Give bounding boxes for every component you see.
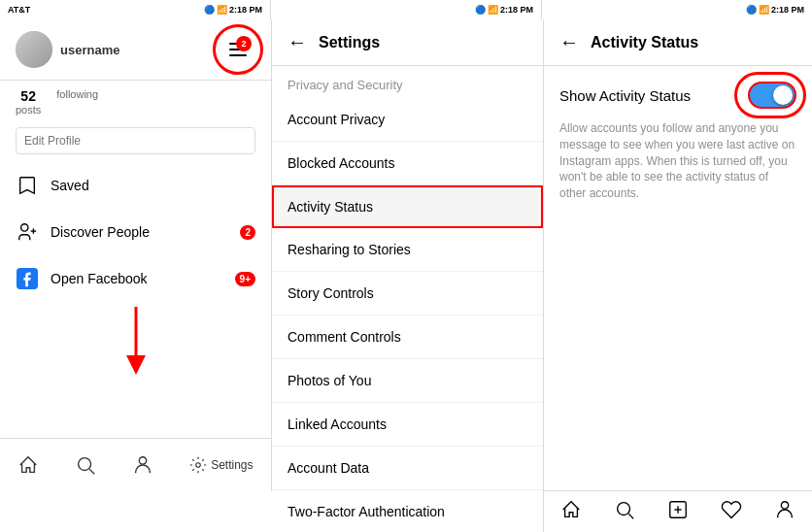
carrier-left: AT&T xyxy=(8,5,30,15)
toggle-row: Show Activity Status xyxy=(559,82,796,109)
toggle-knob xyxy=(773,85,793,105)
hamburger-badge: 2 xyxy=(236,36,252,51)
username-text: username xyxy=(60,43,213,57)
settings-footer-label: Settings xyxy=(211,458,253,472)
hamburger-bar-3 xyxy=(229,54,247,56)
saved-label: Saved xyxy=(51,178,89,193)
toggle-container xyxy=(748,82,796,109)
posts-label: posts xyxy=(16,104,41,116)
footer-right-search[interactable] xyxy=(614,499,635,524)
posts-stat: 52 posts xyxy=(16,88,41,116)
panel-left: username 2 52 post xyxy=(0,19,272,491)
footer-right-add[interactable] xyxy=(667,499,689,524)
settings-item-photos[interactable]: Photos of You xyxy=(272,359,543,403)
settings-item-comment-controls[interactable]: Comment Controls xyxy=(272,316,543,359)
footer-profile[interactable] xyxy=(124,447,161,483)
activity-detail-content: Show Activity Status Allow accounts you … xyxy=(544,66,812,490)
sidebar-item-facebook[interactable]: Open Facebook 9+ xyxy=(0,255,271,302)
activity-panel-header: ← Activity Status xyxy=(544,19,812,66)
status-icons-left: 🔵 📶 2:18 PM xyxy=(204,5,262,15)
settings-back-button[interactable]: ← xyxy=(288,31,307,53)
status-bar-left: AT&T 🔵 📶 2:18 PM xyxy=(0,0,271,19)
settings-item-account-data[interactable]: Account Data xyxy=(272,447,543,490)
svg-point-16 xyxy=(617,503,629,515)
status-bar-right: 🔵 📶 2:18 PM xyxy=(542,0,812,19)
svg-marker-5 xyxy=(126,355,146,375)
sidebar-footer: Settings xyxy=(0,438,271,491)
hamburger-button[interactable]: 2 xyxy=(220,32,255,67)
panel-right: ← Activity Status Show Activity Status A… xyxy=(544,19,812,532)
status-icons-middle: 🔵 📶 2:18 PM xyxy=(475,5,533,15)
activity-status-toggle[interactable] xyxy=(748,82,796,109)
profile-edit-area xyxy=(0,123,271,162)
status-bar-row: AT&T 🔵 📶 2:18 PM 🔵 📶 2:18 PM 🔵 📶 2:18 PM xyxy=(0,0,812,19)
footer-home[interactable] xyxy=(10,447,47,483)
privacy-section-header: Privacy and Security xyxy=(272,66,543,98)
settings-item-two-factor[interactable]: Two-Factor Authentication xyxy=(272,490,543,532)
arrow-area xyxy=(0,302,271,438)
footer-search[interactable] xyxy=(67,447,104,483)
arrow-annotation xyxy=(107,302,165,380)
settings-title: Settings xyxy=(319,34,380,51)
activity-panel-footer xyxy=(544,490,812,532)
posts-count: 52 xyxy=(20,88,36,104)
edit-profile-input[interactable] xyxy=(16,127,255,154)
panel-middle: ← Settings Privacy and Security Account … xyxy=(272,19,544,532)
hamburger-container: 2 xyxy=(220,32,255,67)
footer-right-home[interactable] xyxy=(560,499,582,524)
panel-right-wrapper: ← Activity Status Show Activity Status A… xyxy=(544,19,812,532)
facebook-icon xyxy=(16,267,39,290)
avatar xyxy=(16,31,52,68)
activity-back-button[interactable]: ← xyxy=(559,31,579,53)
activity-title: Activity Status xyxy=(591,34,698,51)
settings-list: Privacy and Security Account Privacy Blo… xyxy=(272,66,543,532)
settings-item-story-controls[interactable]: Story Controls xyxy=(272,272,543,316)
footer-right-profile[interactable] xyxy=(774,499,795,524)
following-stat: following xyxy=(56,88,98,116)
app-container: username 2 52 post xyxy=(0,19,812,532)
footer-right-heart[interactable] xyxy=(721,499,742,524)
status-bar-middle: 🔵 📶 2:18 PM xyxy=(271,0,542,19)
settings-item-resharing[interactable]: Resharing to Stories xyxy=(272,228,543,272)
settings-item-linked[interactable]: Linked Accounts xyxy=(272,403,543,447)
panel-left-header: username 2 xyxy=(0,19,271,81)
facebook-badge: 9+ xyxy=(235,272,255,286)
discover-badge: 2 xyxy=(240,225,255,240)
discover-label: Discover People xyxy=(51,224,150,240)
svg-line-7 xyxy=(89,469,94,474)
settings-item-activity-status[interactable]: Activity Status xyxy=(272,185,543,228)
toggle-label: Show Activity Status xyxy=(559,87,691,104)
activity-description: Allow accounts you follow and anyone you… xyxy=(559,120,796,202)
svg-point-6 xyxy=(79,458,91,471)
svg-point-21 xyxy=(782,502,789,509)
svg-point-0 xyxy=(21,224,28,231)
panel-middle-wrapper: ← Settings Privacy and Security Account … xyxy=(272,19,544,532)
settings-item-blocked[interactable]: Blocked Accounts xyxy=(272,142,543,185)
sidebar-menu: Saved Discover People 2 xyxy=(0,162,271,302)
following-label: following xyxy=(56,88,98,100)
discover-icon xyxy=(16,220,39,244)
profile-stats: 52 posts following xyxy=(0,81,271,123)
svg-point-9 xyxy=(196,463,201,468)
settings-item-account-privacy[interactable]: Account Privacy xyxy=(272,98,543,142)
svg-line-17 xyxy=(628,514,633,518)
sidebar-item-discover[interactable]: Discover People 2 xyxy=(0,209,271,255)
sidebar-item-saved[interactable]: Saved xyxy=(0,162,271,209)
status-icons-right: 🔵 📶 2:18 PM xyxy=(746,5,804,15)
saved-icon xyxy=(16,174,39,197)
settings-panel-header: ← Settings xyxy=(272,19,543,66)
svg-point-8 xyxy=(140,457,147,464)
footer-settings[interactable]: Settings xyxy=(182,449,260,482)
facebook-label: Open Facebook xyxy=(51,271,148,286)
panel-left-wrapper: username 2 52 post xyxy=(0,19,272,532)
